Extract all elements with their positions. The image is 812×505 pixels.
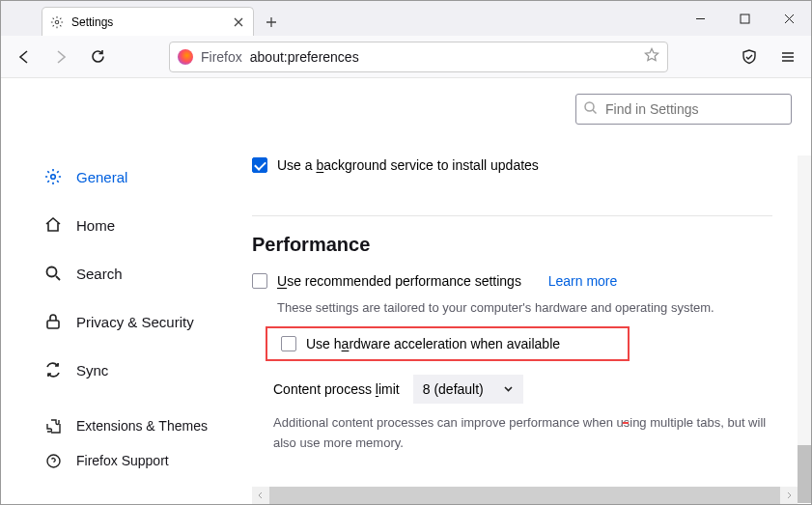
home-icon xyxy=(43,215,63,235)
sidebar-item-label: Sync xyxy=(76,362,108,379)
horizontal-scrollbar[interactable] xyxy=(252,487,798,504)
select-value: 8 (default) xyxy=(423,381,484,397)
settings-sidebar: General Home Search Privacy & Security S… xyxy=(1,78,252,489)
sidebar-item-general[interactable]: General xyxy=(43,155,252,198)
new-tab-button[interactable] xyxy=(258,9,285,36)
sidebar-item-label: Extensions & Themes xyxy=(76,418,208,434)
recommended-desc: These settings are tailored to your comp… xyxy=(277,300,792,315)
sidebar-item-home[interactable]: Home xyxy=(43,204,252,246)
nav-toolbar: Firefox about:preferences xyxy=(1,36,811,78)
maximize-button[interactable] xyxy=(722,1,767,36)
close-window-button[interactable] xyxy=(767,1,811,36)
vertical-scrollbar[interactable] xyxy=(798,155,811,489)
sidebar-item-privacy[interactable]: Privacy & Security xyxy=(43,300,252,343)
svg-point-3 xyxy=(47,267,57,277)
setting-content-process-limit: Content process limit 8 (default) xyxy=(273,375,792,404)
tab-title: Settings xyxy=(71,15,224,29)
content-process-desc: Additional content processes can improve… xyxy=(273,413,792,454)
scroll-right-arrow[interactable] xyxy=(780,487,798,504)
setting-hardware-acceleration: Use hardware acceleration when available xyxy=(281,336,560,351)
highlighted-setting: Use hardware acceleration when available xyxy=(266,326,630,361)
sidebar-item-label: Firefox Support xyxy=(76,453,169,468)
title-bar: Settings xyxy=(1,1,811,36)
svg-point-6 xyxy=(585,102,594,111)
checkbox-background-service[interactable] xyxy=(252,157,267,173)
svg-point-5 xyxy=(47,455,60,467)
scroll-left-arrow[interactable] xyxy=(252,487,269,504)
setting-label: Content process limit xyxy=(273,381,400,397)
gear-icon xyxy=(43,167,63,186)
setting-label: Use recommended performance settings xyxy=(277,273,521,289)
sidebar-item-label: Search xyxy=(76,266,123,282)
sidebar-item-extensions[interactable]: Extensions & Themes xyxy=(43,409,208,442)
horizontal-scrollbar-thumb[interactable] xyxy=(269,487,780,504)
sidebar-item-label: Home xyxy=(76,217,115,234)
settings-search-input[interactable] xyxy=(575,94,792,125)
sidebar-item-label: General xyxy=(76,169,127,185)
section-separator xyxy=(252,215,772,216)
setting-label: Use hardware acceleration when available xyxy=(306,336,560,351)
checkbox-recommended-performance[interactable] xyxy=(252,273,267,289)
sidebar-item-search[interactable]: Search xyxy=(43,252,252,295)
chevron-down-icon xyxy=(503,381,514,397)
setting-label: Use a background service to install upda… xyxy=(277,157,539,173)
puzzle-icon xyxy=(43,416,63,435)
section-title-performance: Performance xyxy=(252,234,792,256)
minimize-button[interactable] xyxy=(678,1,722,36)
setting-background-service: Use a background service to install upda… xyxy=(252,157,792,173)
setting-recommended-performance: Use recommended performance settings Lea… xyxy=(252,273,792,289)
firefox-logo-icon xyxy=(178,49,193,65)
help-icon xyxy=(43,451,63,470)
browser-tab[interactable]: Settings xyxy=(42,7,254,36)
settings-main: Use a background service to install upda… xyxy=(252,78,811,489)
vertical-scrollbar-thumb[interactable] xyxy=(798,445,811,503)
svg-rect-1 xyxy=(741,14,749,23)
learn-more-link[interactable]: Learn more xyxy=(548,273,618,289)
sidebar-item-label: Privacy & Security xyxy=(76,314,194,330)
url-text: about:preferences xyxy=(250,49,636,65)
sidebar-item-sync[interactable]: Sync xyxy=(43,349,252,391)
url-bar[interactable]: Firefox about:preferences xyxy=(169,42,668,72)
sync-icon xyxy=(43,360,63,379)
protections-button[interactable] xyxy=(736,43,763,70)
back-button[interactable] xyxy=(11,43,38,70)
svg-rect-4 xyxy=(47,321,59,328)
checkbox-hardware-acceleration[interactable] xyxy=(281,336,296,351)
gear-icon xyxy=(50,15,64,29)
lock-icon xyxy=(43,312,63,331)
bookmark-star-icon[interactable] xyxy=(644,47,659,66)
forward-button[interactable] xyxy=(47,43,74,70)
search-icon xyxy=(43,264,63,283)
close-tab-icon[interactable] xyxy=(232,15,245,29)
content-process-limit-select[interactable]: 8 (default) xyxy=(413,375,523,404)
reload-button[interactable] xyxy=(84,43,111,70)
window-controls xyxy=(678,1,811,36)
identity-label: Firefox xyxy=(201,49,242,65)
annotation-mark xyxy=(623,422,629,424)
svg-point-0 xyxy=(55,20,59,24)
sidebar-item-support[interactable]: Firefox Support xyxy=(43,444,208,477)
app-menu-button[interactable] xyxy=(774,43,801,70)
search-icon xyxy=(583,100,598,119)
svg-point-2 xyxy=(51,175,56,180)
content-area: General Home Search Privacy & Security S… xyxy=(1,78,811,489)
